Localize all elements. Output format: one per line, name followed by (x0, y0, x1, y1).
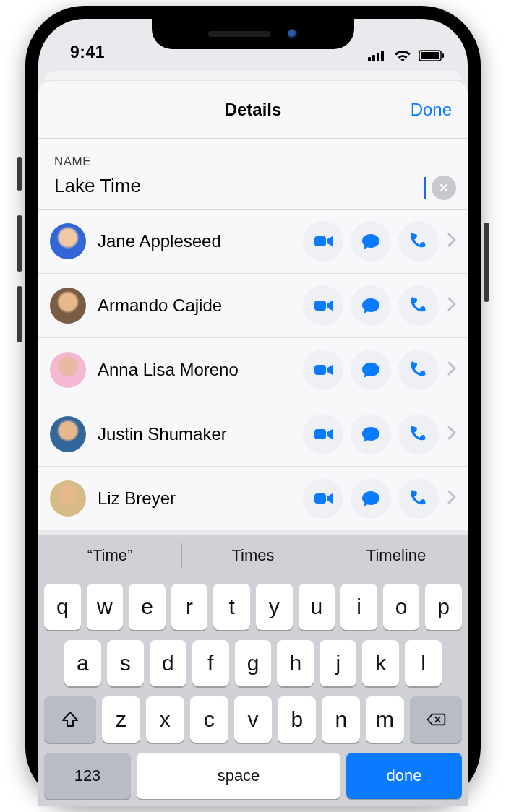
message-button[interactable] (351, 350, 391, 390)
avatar (50, 480, 86, 517)
svg-rect-0 (368, 57, 371, 61)
group-name-input[interactable] (54, 173, 429, 202)
done-button[interactable]: Done (411, 100, 452, 120)
key-c[interactable]: c (190, 696, 228, 743)
details-sheet: Details Done NAME Jane Applesee (38, 81, 468, 530)
prediction-option[interactable]: Times (181, 535, 325, 576)
keyboard-done-key[interactable]: done (346, 753, 462, 799)
key-o[interactable]: o (383, 584, 420, 630)
svg-rect-3 (381, 51, 384, 61)
contact-row[interactable]: Anna Lisa Moreno (38, 338, 468, 402)
key-u[interactable]: u (299, 584, 335, 630)
svg-rect-10 (314, 429, 326, 439)
key-a[interactable]: a (64, 640, 101, 686)
phone-button[interactable] (398, 221, 439, 262)
chevron-right-icon (446, 490, 462, 507)
clear-text-button[interactable] (432, 176, 456, 200)
phone-button[interactable] (398, 414, 439, 454)
key-f[interactable]: f (192, 640, 229, 686)
message-button[interactable] (351, 478, 391, 519)
contact-name: Anna Lisa Moreno (98, 360, 303, 380)
cellular-icon (368, 50, 387, 61)
backspace-icon (426, 709, 446, 730)
device-notch (152, 19, 354, 49)
chevron-right-icon (446, 233, 462, 250)
key-p[interactable]: p (425, 584, 462, 630)
facetime-video-button[interactable] (303, 285, 343, 326)
contact-row[interactable]: Liz Breyer (38, 467, 468, 530)
chevron-right-icon (446, 297, 462, 314)
facetime-video-button[interactable] (303, 478, 343, 519)
facetime-video-button[interactable] (303, 414, 343, 454)
avatar (50, 288, 86, 324)
text-caret (424, 177, 426, 199)
chevron-right-icon (446, 426, 462, 443)
facetime-video-button[interactable] (303, 221, 343, 262)
svg-rect-8 (314, 301, 326, 311)
delete-key[interactable] (410, 696, 462, 743)
svg-rect-11 (314, 493, 326, 504)
key-q[interactable]: q (44, 584, 81, 630)
svg-rect-9 (314, 365, 326, 375)
key-d[interactable]: d (150, 640, 186, 686)
facetime-video-button[interactable] (303, 350, 343, 390)
name-section-label: NAME (38, 139, 468, 173)
key-m[interactable]: m (366, 696, 404, 743)
prediction-bar: “Time” Times Timeline (38, 535, 468, 576)
key-r[interactable]: r (171, 584, 208, 630)
key-e[interactable]: e (129, 584, 166, 630)
contact-name: Liz Breyer (98, 488, 303, 509)
svg-rect-6 (442, 53, 444, 58)
key-g[interactable]: g (235, 640, 272, 686)
key-t[interactable]: t (213, 584, 250, 630)
message-button[interactable] (351, 414, 391, 454)
key-w[interactable]: w (87, 584, 124, 630)
key-y[interactable]: y (256, 584, 293, 630)
chevron-right-icon (446, 361, 462, 379)
contact-row[interactable]: Jane Appleseed (38, 210, 468, 274)
avatar (50, 352, 86, 388)
avatar (50, 416, 86, 452)
phone-button[interactable] (398, 478, 439, 519)
message-button[interactable] (351, 285, 391, 326)
avatar (50, 223, 86, 259)
contact-name: Jane Appleseed (98, 231, 303, 251)
contact-name: Justin Shumaker (98, 424, 303, 444)
contact-name: Armando Cajide (98, 295, 303, 316)
sheet-title: Details (225, 100, 282, 120)
wifi-icon (394, 49, 411, 62)
shift-icon (60, 709, 80, 730)
key-i[interactable]: i (340, 584, 377, 630)
numbers-key[interactable]: 123 (44, 753, 131, 799)
space-key[interactable]: space (137, 753, 340, 799)
contact-row[interactable]: Armando Cajide (38, 274, 468, 338)
key-z[interactable]: z (102, 696, 140, 743)
status-time: 9:41 (70, 43, 105, 62)
key-b[interactable]: b (278, 696, 316, 743)
key-v[interactable]: v (234, 696, 273, 743)
shift-key[interactable] (44, 696, 96, 743)
phone-button[interactable] (398, 285, 439, 326)
svg-rect-2 (377, 53, 380, 61)
key-s[interactable]: s (107, 640, 144, 686)
key-k[interactable]: k (362, 640, 399, 686)
message-button[interactable] (351, 221, 391, 262)
phone-frame: 9:41 Details Done NAME (25, 6, 481, 806)
sheet-header: Details Done (38, 81, 468, 139)
key-x[interactable]: x (146, 696, 184, 743)
prediction-option[interactable]: Timeline (325, 535, 468, 576)
keyboard: “Time” Times Timeline q w e r t y u i o (38, 535, 468, 806)
key-j[interactable]: j (320, 640, 356, 686)
prediction-option[interactable]: “Time” (38, 535, 181, 576)
key-l[interactable]: l (405, 640, 442, 686)
x-icon (439, 183, 449, 193)
contact-row[interactable]: Justin Shumaker (38, 402, 468, 467)
key-n[interactable]: n (322, 696, 360, 743)
phone-button[interactable] (398, 350, 439, 390)
svg-rect-1 (372, 55, 375, 61)
key-h[interactable]: h (277, 640, 314, 686)
svg-rect-7 (314, 236, 326, 246)
svg-rect-5 (421, 52, 439, 59)
battery-icon (419, 50, 445, 61)
